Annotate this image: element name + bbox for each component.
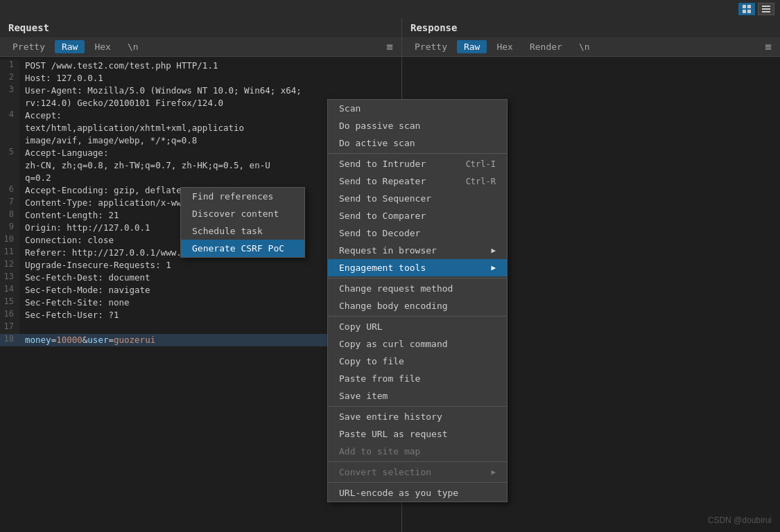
submenu-find-refs[interactable]: Find references bbox=[181, 188, 304, 205]
submenu-discover-content[interactable]: Discover content bbox=[181, 205, 304, 222]
menu-item-copy-curl[interactable]: Copy as curl command bbox=[328, 335, 507, 353]
separator-5 bbox=[328, 461, 507, 462]
menu-item-change-method[interactable]: Change request method bbox=[328, 280, 507, 297]
code-line-1: 1 POST /www.test2.com/test.php HTTP/1.1 bbox=[0, 60, 401, 72]
request-title: Request bbox=[0, 18, 401, 37]
menu-item-copy-url[interactable]: Copy URL bbox=[328, 318, 507, 335]
menu-item-send-comparer[interactable]: Send to Comparer bbox=[328, 207, 507, 224]
menu-item-url-encode[interactable]: URL-encode as you type bbox=[328, 484, 507, 502]
tab-request-raw[interactable]: Raw bbox=[55, 40, 85, 53]
menu-item-convert-selection[interactable]: Convert selection ▶ bbox=[328, 463, 507, 481]
menu-item-change-encoding[interactable]: Change body encoding bbox=[328, 297, 507, 314]
menu-item-save-history[interactable]: Save entire history bbox=[328, 408, 507, 425]
separator-2 bbox=[328, 278, 507, 278]
menu-item-passive-scan[interactable]: Do passive scan bbox=[328, 117, 507, 134]
menu-item-paste-file[interactable]: Paste from file bbox=[328, 370, 507, 387]
menu-item-send-repeater[interactable]: Send to Repeater Ctrl-R bbox=[328, 172, 507, 190]
menu-item-save-item[interactable]: Save item bbox=[328, 387, 507, 405]
response-tab-menu-icon[interactable]: ≡ bbox=[762, 40, 774, 53]
request-tab-bar: Pretty Raw Hex \n ≡ bbox=[0, 37, 401, 57]
menu-item-copy-file[interactable]: Copy to file bbox=[328, 353, 507, 370]
tab-response-hex[interactable]: Hex bbox=[489, 40, 519, 53]
arrow-right-icon-3: ▶ bbox=[491, 468, 496, 477]
code-line-3: 3 User-Agent: Mozilla/5.0 (Windows NT 10… bbox=[0, 85, 401, 97]
context-menu: Scan Do passive scan Do active scan Send… bbox=[327, 99, 508, 502]
submenu-schedule-task[interactable]: Schedule task bbox=[181, 222, 304, 240]
separator-3 bbox=[328, 316, 507, 317]
tab-request-pretty[interactable]: Pretty bbox=[6, 40, 52, 53]
menu-item-active-scan[interactable]: Do active scan bbox=[328, 134, 507, 152]
code-line-2: 2 Host: 127.0.0.1 bbox=[0, 72, 401, 85]
menu-item-engagement-tools[interactable]: Engagement tools ▶ bbox=[328, 259, 507, 276]
layout-btn-grid[interactable] bbox=[738, 3, 755, 15]
svg-rect-0 bbox=[743, 5, 746, 8]
separator-6 bbox=[328, 482, 507, 483]
layout-btn-list[interactable] bbox=[758, 3, 774, 15]
menu-item-scan[interactable]: Scan bbox=[328, 100, 507, 117]
response-title: Response bbox=[402, 18, 780, 37]
arrow-right-icon-2: ▶ bbox=[491, 263, 496, 272]
separator-1 bbox=[328, 153, 507, 154]
svg-rect-6 bbox=[762, 11, 770, 12]
response-tab-bar: Pretty Raw Hex Render \n ≡ bbox=[402, 37, 780, 57]
top-toolbar bbox=[0, 0, 780, 18]
tab-response-render[interactable]: Render bbox=[523, 40, 569, 53]
engagement-tools-submenu: Find references Discover content Schedul… bbox=[180, 187, 305, 258]
menu-item-send-sequencer[interactable]: Send to Sequencer bbox=[328, 190, 507, 207]
tab-request-n[interactable]: \n bbox=[121, 40, 146, 53]
menu-item-paste-url[interactable]: Paste URL as request bbox=[328, 425, 507, 443]
menu-item-request-browser[interactable]: Request in browser ▶ bbox=[328, 242, 507, 259]
separator-4 bbox=[328, 406, 507, 407]
arrow-right-icon: ▶ bbox=[491, 246, 496, 255]
tab-response-pretty[interactable]: Pretty bbox=[408, 40, 454, 53]
tab-response-n[interactable]: \n bbox=[572, 40, 597, 53]
watermark: CSDN @doubirui bbox=[708, 515, 772, 525]
menu-item-send-intruder[interactable]: Send to Intruder Ctrl-I bbox=[328, 155, 507, 172]
svg-rect-4 bbox=[762, 6, 770, 7]
svg-rect-3 bbox=[747, 10, 751, 13]
svg-rect-1 bbox=[747, 5, 751, 8]
menu-item-send-decoder[interactable]: Send to Decoder bbox=[328, 224, 507, 242]
svg-rect-5 bbox=[762, 8, 770, 10]
request-tab-menu-icon[interactable]: ≡ bbox=[383, 40, 396, 53]
svg-rect-2 bbox=[743, 10, 746, 13]
menu-item-add-sitemap[interactable]: Add to site map bbox=[328, 443, 507, 460]
tab-response-raw[interactable]: Raw bbox=[457, 40, 487, 53]
submenu-generate-csrf[interactable]: Generate CSRF PoC bbox=[181, 240, 304, 257]
tab-request-hex[interactable]: Hex bbox=[87, 40, 117, 53]
